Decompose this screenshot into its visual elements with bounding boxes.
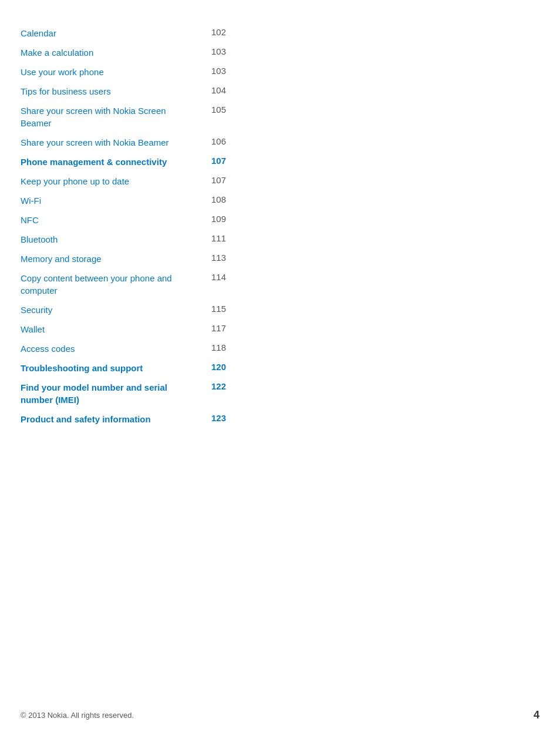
footer-copyright: © 2013 Nokia. All rights reserved. [21,711,134,720]
toc-item-label: Share your screen with Nokia Beamer [21,136,203,149]
list-item[interactable]: Memory and storage113 [21,249,226,268]
toc-item-page: 104 [203,85,226,95]
toc-item-page: 106 [203,136,226,146]
list-item[interactable]: Phone management & connectivity107 [21,152,226,172]
list-item[interactable]: Product and safety information123 [21,409,226,429]
list-item[interactable]: Share your screen with Nokia Beamer106 [21,133,226,152]
toc-item-label: Wi-Fi [21,194,203,207]
toc-item-page: 103 [203,46,226,56]
toc-item-label: Access codes [21,342,203,355]
toc-item-label: Wallet [21,323,203,335]
page-footer: © 2013 Nokia. All rights reserved. 4 [0,709,560,721]
list-item[interactable]: Find your model number and serial number… [21,378,226,409]
toc-item-page: 102 [203,27,226,37]
toc-item-label: Make a calculation [21,46,203,59]
list-item[interactable]: Tips for business users104 [21,82,226,101]
list-item[interactable]: Security115 [21,300,226,320]
toc-item-label: Memory and storage [21,253,203,265]
table-of-contents: Calendar102Make a calculation103Use your… [21,23,226,429]
list-item[interactable]: Wi-Fi108 [21,191,226,210]
toc-item-page: 114 [203,272,226,282]
list-item[interactable]: Copy content between your phone and comp… [21,268,226,300]
toc-item-label: Share your screen with Nokia Screen Beam… [21,105,203,129]
list-item[interactable]: Wallet117 [21,320,226,339]
footer-page-number: 4 [534,709,539,721]
toc-item-page: 113 [203,253,226,263]
toc-item-page: 123 [203,413,226,423]
page-content: Calendar102Make a calculation103Use your… [0,0,247,464]
toc-item-page: 107 [203,156,226,166]
toc-item-page: 115 [203,304,226,314]
toc-item-label: Product and safety information [21,413,203,425]
toc-item-page: 120 [203,362,226,372]
toc-item-label: Bluetooth [21,233,203,246]
toc-item-label: Find your model number and serial number… [21,381,203,406]
toc-item-page: 122 [203,381,226,391]
toc-item-page: 118 [203,342,226,352]
list-item[interactable]: Access codes118 [21,339,226,358]
list-item[interactable]: Use your work phone103 [21,62,226,82]
toc-item-page: 105 [203,105,226,115]
toc-item-page: 111 [203,233,226,243]
list-item[interactable]: Bluetooth111 [21,230,226,249]
list-item[interactable]: Make a calculation103 [21,43,226,62]
toc-item-page: 117 [203,323,226,333]
list-item[interactable]: Share your screen with Nokia Screen Beam… [21,101,226,133]
toc-item-page: 107 [203,175,226,185]
toc-item-label: Use your work phone [21,66,203,78]
toc-item-label: Keep your phone up to date [21,175,203,187]
list-item[interactable]: Calendar102 [21,23,226,43]
toc-item-label: NFC [21,214,203,226]
toc-item-page: 108 [203,194,226,204]
toc-item-label: Security [21,304,203,316]
toc-item-label: Copy content between your phone and comp… [21,272,203,297]
toc-item-label: Phone management & connectivity [21,156,203,168]
list-item[interactable]: Keep your phone up to date107 [21,172,226,191]
toc-item-label: Tips for business users [21,85,203,98]
toc-item-label: Calendar [21,27,203,39]
list-item[interactable]: Troubleshooting and support120 [21,358,226,378]
list-item[interactable]: NFC109 [21,210,226,230]
toc-item-page: 103 [203,66,226,76]
toc-item-page: 109 [203,214,226,224]
toc-item-label: Troubleshooting and support [21,362,203,374]
